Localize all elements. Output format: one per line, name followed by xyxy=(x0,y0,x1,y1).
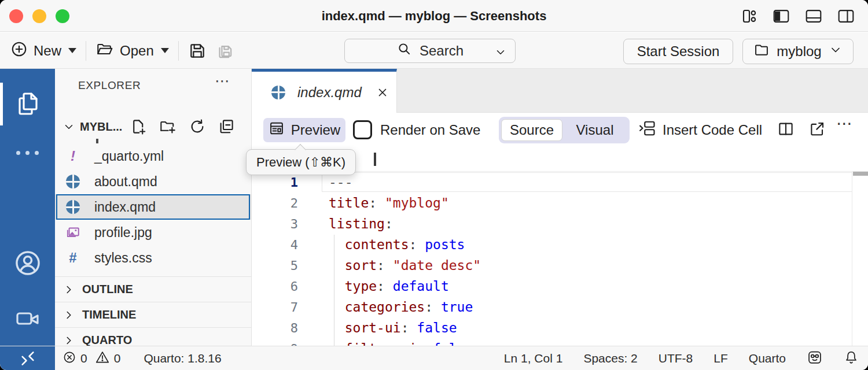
new-folder-icon[interactable] xyxy=(159,118,177,138)
file-row-profile.jpg[interactable]: profile.jpg xyxy=(55,220,251,245)
line-number: 6 xyxy=(252,279,298,294)
toggle-secondary-sidebar-icon[interactable] xyxy=(837,8,855,25)
line-number: 5 xyxy=(252,258,298,273)
save-button[interactable] xyxy=(188,42,207,60)
tab-bar: index.qmd xyxy=(252,69,868,113)
code-line-8[interactable]: 8 sort-ui: false xyxy=(252,317,868,338)
render-on-save-label: Render on Save xyxy=(380,122,480,138)
file-row-index.qmd[interactable]: index.qmd xyxy=(55,194,251,220)
code-line-9[interactable]: 9 filter-ui: false xyxy=(252,338,868,346)
partially-scrolled-item xyxy=(96,139,98,143)
code-line-3[interactable]: 3listing: xyxy=(252,213,868,234)
file-row-_quarto.yml[interactable]: !_quarto.yml xyxy=(55,143,251,169)
preview-icon xyxy=(269,120,285,140)
chevron-right-icon xyxy=(62,283,75,296)
editor-area: index.qmd Preview Render on Save Source … xyxy=(252,69,868,346)
chevron-down-icon xyxy=(62,120,75,133)
indentation-status[interactable]: Spaces: 2 xyxy=(583,352,637,365)
collapse-folders-icon[interactable] xyxy=(218,118,235,138)
open-in-new-window-icon[interactable] xyxy=(808,120,826,138)
quarto-globe-icon xyxy=(65,175,81,188)
line-number: 1 xyxy=(252,175,298,190)
file-name: styles.css xyxy=(94,250,152,266)
chevron-down-icon xyxy=(494,46,507,62)
code-line-5[interactable]: 5 sort: "date desc" xyxy=(252,255,868,276)
code-line-7[interactable]: 7 categories: true xyxy=(252,297,868,317)
tab-index-qmd[interactable]: index.qmd xyxy=(252,69,397,113)
code-text: sort: "date desc" xyxy=(298,258,481,273)
code-text: listing: xyxy=(298,216,393,231)
customize-layout-icon[interactable] xyxy=(741,8,758,25)
quarto-version-status[interactable]: Quarto: 1.8.16 xyxy=(144,352,221,365)
workspace-label: myblog xyxy=(777,43,821,60)
toggle-bottom-panel-icon[interactable] xyxy=(804,8,823,25)
scrollbar-track[interactable] xyxy=(852,172,852,346)
sidebar-section-outline[interactable]: OUTLINE xyxy=(55,276,251,302)
open-label: Open xyxy=(120,43,154,59)
line-number: 3 xyxy=(252,217,298,231)
file-row-about.qmd[interactable]: about.qmd xyxy=(55,169,251,194)
line-number: 7 xyxy=(252,300,298,314)
insert-code-cell-button[interactable]: Insert Code Cell xyxy=(638,118,762,142)
new-button[interactable]: New xyxy=(10,40,76,61)
workspace-switcher-button[interactable]: myblog xyxy=(742,39,854,64)
file-name: index.qmd xyxy=(94,199,156,215)
app-window: index.qmd — myblog — Screenshots New xyxy=(0,0,868,370)
more-views-icon[interactable] xyxy=(0,151,55,155)
search-input[interactable]: Search xyxy=(344,39,516,63)
main-toolbar: New Open Search Start Session xyxy=(0,32,868,69)
camera-icon[interactable] xyxy=(0,305,55,332)
explorer-header: EXPLORER ⋯ xyxy=(55,69,251,105)
dropdown-caret-icon xyxy=(68,48,76,53)
workspace-root-row[interactable]: MYBL... xyxy=(55,114,251,139)
account-icon[interactable] xyxy=(0,248,55,278)
close-tab-icon[interactable] xyxy=(376,86,389,99)
activity-bar xyxy=(0,69,55,346)
visual-mode-button[interactable]: Visual xyxy=(562,122,627,138)
folder-icon xyxy=(753,42,770,61)
explorer-title: EXPLORER xyxy=(78,79,141,92)
file-name: _quarto.yml xyxy=(94,149,164,164)
section-label: QUARTO xyxy=(82,334,132,347)
split-editor-icon[interactable] xyxy=(777,120,795,138)
eol-status[interactable]: LF xyxy=(713,352,728,365)
open-button[interactable]: Open xyxy=(95,40,169,61)
toggle-primary-sidebar-icon[interactable] xyxy=(772,8,790,25)
window-title: index.qmd — myblog — Screenshots xyxy=(0,0,868,32)
language-mode-status[interactable]: Quarto xyxy=(749,352,786,365)
toolbar-divider xyxy=(178,41,179,61)
refresh-icon[interactable] xyxy=(189,118,206,138)
explorer-view-icon[interactable] xyxy=(0,90,55,117)
preview-label: Preview xyxy=(291,122,340,138)
open-folder-icon xyxy=(95,40,114,61)
remote-indicator[interactable] xyxy=(0,346,55,370)
editor-more-actions-icon[interactable]: ⋯ xyxy=(836,114,854,133)
line-number: 2 xyxy=(252,196,298,210)
start-session-label: Start Session xyxy=(637,43,720,60)
render-on-save-checkbox[interactable] xyxy=(353,120,372,139)
source-mode-button[interactable]: Source xyxy=(501,119,562,141)
file-row-styles.css[interactable]: #styles.css xyxy=(55,245,251,271)
scrollbar-thumb[interactable] xyxy=(853,172,868,176)
line-number: 8 xyxy=(252,321,298,335)
feedback-smiley-icon[interactable] xyxy=(807,349,823,368)
code-text: title: "myblog" xyxy=(298,195,449,210)
notifications-bell-icon[interactable] xyxy=(844,350,859,368)
encoding-status[interactable]: UTF-8 xyxy=(659,352,693,365)
cursor-position-status[interactable]: Ln 1, Col 1 xyxy=(504,352,563,365)
new-file-icon[interactable] xyxy=(130,118,147,138)
image-icon xyxy=(65,225,81,240)
preview-tooltip-text: Preview (⇧⌘K) xyxy=(256,155,345,170)
preview-button[interactable]: Preview xyxy=(263,118,345,142)
explorer-more-actions-icon[interactable]: ⋯ xyxy=(215,72,231,90)
save-all-button[interactable] xyxy=(216,41,236,61)
start-session-button[interactable]: Start Session xyxy=(623,39,733,64)
problems-status[interactable]: 0 0 xyxy=(62,350,120,368)
tab-label: index.qmd xyxy=(297,84,362,101)
code-line-6[interactable]: 6 type: default xyxy=(252,276,868,297)
sidebar-section-timeline[interactable]: TIMELINE xyxy=(55,302,251,327)
code-line-4[interactable]: 4 contents: posts xyxy=(252,234,868,255)
code-line-2[interactable]: 2title: "myblog" xyxy=(252,193,868,213)
code-editor[interactable]: 1---2title: "myblog"3listing:4 contents:… xyxy=(252,172,868,346)
status-bar: 0 0 Quarto: 1.8.16 Ln 1, Col 1 Spaces: 2… xyxy=(0,346,868,370)
